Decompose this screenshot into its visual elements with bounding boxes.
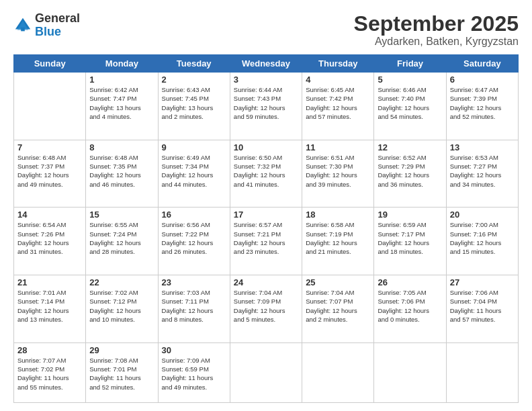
day-info: Sunrise: 6:54 AM Sunset: 7:26 PM Dayligh… xyxy=(17,220,82,256)
calendar-cell: 28Sunrise: 7:07 AM Sunset: 7:02 PM Dayli… xyxy=(14,342,86,402)
calendar-cell: 30Sunrise: 7:09 AM Sunset: 6:59 PM Dayli… xyxy=(158,342,230,402)
day-header-friday: Friday xyxy=(374,55,446,73)
day-number: 5 xyxy=(378,75,442,85)
calendar-cell: 23Sunrise: 7:03 AM Sunset: 7:11 PM Dayli… xyxy=(158,275,230,343)
day-info: Sunrise: 7:04 AM Sunset: 7:07 PM Dayligh… xyxy=(306,288,370,324)
day-number: 25 xyxy=(306,277,370,287)
location-title: Aydarken, Batken, Kyrgyzstan xyxy=(354,36,519,48)
day-header-saturday: Saturday xyxy=(446,55,518,73)
calendar-cell: 3Sunrise: 6:44 AM Sunset: 7:43 PM Daylig… xyxy=(230,73,302,140)
day-number: 12 xyxy=(378,142,442,152)
day-info: Sunrise: 7:07 AM Sunset: 7:02 PM Dayligh… xyxy=(17,356,82,392)
week-row-3: 14Sunrise: 6:54 AM Sunset: 7:26 PM Dayli… xyxy=(14,208,519,275)
day-info: Sunrise: 6:58 AM Sunset: 7:19 PM Dayligh… xyxy=(306,220,370,256)
calendar-cell xyxy=(446,342,518,402)
day-number: 9 xyxy=(162,142,226,152)
title-block: September 2025 Aydarken, Batken, Kyrgyzs… xyxy=(354,12,519,48)
calendar-cell: 19Sunrise: 6:59 AM Sunset: 7:17 PM Dayli… xyxy=(374,208,446,275)
week-row-1: 1Sunrise: 6:42 AM Sunset: 7:47 PM Daylig… xyxy=(14,73,519,140)
header: General Blue September 2025 Aydarken, Ba… xyxy=(13,12,519,48)
day-info: Sunrise: 6:55 AM Sunset: 7:24 PM Dayligh… xyxy=(89,220,154,256)
day-number: 30 xyxy=(162,345,226,355)
logo-blue: Blue xyxy=(35,25,61,38)
day-number: 27 xyxy=(450,277,515,287)
day-info: Sunrise: 6:57 AM Sunset: 7:21 PM Dayligh… xyxy=(234,220,298,256)
week-row-2: 7Sunrise: 6:48 AM Sunset: 7:37 PM Daylig… xyxy=(14,140,519,208)
calendar-cell: 14Sunrise: 6:54 AM Sunset: 7:26 PM Dayli… xyxy=(14,208,86,275)
calendar-cell: 20Sunrise: 7:00 AM Sunset: 7:16 PM Dayli… xyxy=(446,208,518,275)
day-number: 21 xyxy=(17,277,82,287)
day-info: Sunrise: 6:48 AM Sunset: 7:37 PM Dayligh… xyxy=(17,153,82,189)
day-header-wednesday: Wednesday xyxy=(230,55,302,73)
calendar-cell: 1Sunrise: 6:42 AM Sunset: 7:47 PM Daylig… xyxy=(86,73,158,140)
day-number: 17 xyxy=(234,210,298,220)
day-header-tuesday: Tuesday xyxy=(158,55,230,73)
logo-icon xyxy=(13,16,32,35)
calendar-cell: 5Sunrise: 6:46 AM Sunset: 7:40 PM Daylig… xyxy=(374,73,446,140)
day-number: 18 xyxy=(306,210,370,220)
day-info: Sunrise: 6:50 AM Sunset: 7:32 PM Dayligh… xyxy=(234,153,298,189)
day-number: 14 xyxy=(17,210,82,220)
day-number: 19 xyxy=(378,210,442,220)
day-number: 20 xyxy=(450,210,515,220)
day-info: Sunrise: 6:46 AM Sunset: 7:40 PM Dayligh… xyxy=(378,85,442,121)
calendar-cell xyxy=(230,342,302,402)
calendar-cell: 10Sunrise: 6:50 AM Sunset: 7:32 PM Dayli… xyxy=(230,140,302,208)
calendar-cell: 6Sunrise: 6:47 AM Sunset: 7:39 PM Daylig… xyxy=(446,73,518,140)
day-header-row: SundayMondayTuesdayWednesdayThursdayFrid… xyxy=(14,55,519,73)
day-number: 4 xyxy=(306,75,370,85)
day-info: Sunrise: 6:44 AM Sunset: 7:43 PM Dayligh… xyxy=(234,85,298,121)
day-number: 22 xyxy=(89,277,154,287)
day-header-sunday: Sunday xyxy=(14,55,86,73)
day-info: Sunrise: 6:52 AM Sunset: 7:29 PM Dayligh… xyxy=(378,153,442,189)
day-number: 2 xyxy=(162,75,226,85)
day-info: Sunrise: 6:47 AM Sunset: 7:39 PM Dayligh… xyxy=(450,85,515,121)
day-number: 28 xyxy=(17,345,82,355)
day-info: Sunrise: 6:45 AM Sunset: 7:42 PM Dayligh… xyxy=(306,85,370,121)
calendar-cell xyxy=(302,342,374,402)
logo-general: General xyxy=(35,11,80,25)
day-number: 29 xyxy=(89,345,154,355)
day-info: Sunrise: 7:01 AM Sunset: 7:14 PM Dayligh… xyxy=(17,288,82,324)
calendar-cell xyxy=(374,342,446,402)
day-number: 13 xyxy=(450,142,515,152)
calendar-cell: 9Sunrise: 6:49 AM Sunset: 7:34 PM Daylig… xyxy=(158,140,230,208)
calendar-cell: 4Sunrise: 6:45 AM Sunset: 7:42 PM Daylig… xyxy=(302,73,374,140)
day-number: 3 xyxy=(234,75,298,85)
day-info: Sunrise: 7:02 AM Sunset: 7:12 PM Dayligh… xyxy=(89,288,154,324)
day-info: Sunrise: 7:08 AM Sunset: 7:01 PM Dayligh… xyxy=(89,356,154,392)
calendar-cell: 18Sunrise: 6:58 AM Sunset: 7:19 PM Dayli… xyxy=(302,208,374,275)
logo-text: General Blue xyxy=(35,12,80,39)
day-header-thursday: Thursday xyxy=(302,55,374,73)
day-info: Sunrise: 6:42 AM Sunset: 7:47 PM Dayligh… xyxy=(89,85,154,121)
day-info: Sunrise: 7:09 AM Sunset: 6:59 PM Dayligh… xyxy=(162,356,226,392)
calendar-cell xyxy=(14,73,86,140)
calendar-cell: 22Sunrise: 7:02 AM Sunset: 7:12 PM Dayli… xyxy=(86,275,158,343)
day-number: 7 xyxy=(17,142,82,152)
day-info: Sunrise: 7:05 AM Sunset: 7:06 PM Dayligh… xyxy=(378,288,442,324)
calendar-cell: 17Sunrise: 6:57 AM Sunset: 7:21 PM Dayli… xyxy=(230,208,302,275)
day-info: Sunrise: 6:49 AM Sunset: 7:34 PM Dayligh… xyxy=(162,153,226,189)
calendar-cell: 27Sunrise: 7:06 AM Sunset: 7:04 PM Dayli… xyxy=(446,275,518,343)
calendar-cell: 12Sunrise: 6:52 AM Sunset: 7:29 PM Dayli… xyxy=(374,140,446,208)
day-info: Sunrise: 6:48 AM Sunset: 7:35 PM Dayligh… xyxy=(89,153,154,189)
day-info: Sunrise: 7:00 AM Sunset: 7:16 PM Dayligh… xyxy=(450,220,515,256)
day-info: Sunrise: 6:53 AM Sunset: 7:27 PM Dayligh… xyxy=(450,153,515,189)
day-info: Sunrise: 6:43 AM Sunset: 7:45 PM Dayligh… xyxy=(162,85,226,121)
day-number: 24 xyxy=(234,277,298,287)
day-header-monday: Monday xyxy=(86,55,158,73)
day-number: 11 xyxy=(306,142,370,152)
day-number: 1 xyxy=(89,75,154,85)
day-number: 23 xyxy=(162,277,226,287)
month-title: September 2025 xyxy=(354,12,519,36)
day-number: 6 xyxy=(450,75,515,85)
logo: General Blue xyxy=(13,12,80,39)
calendar-table: SundayMondayTuesdayWednesdayThursdayFrid… xyxy=(13,54,519,403)
day-info: Sunrise: 7:03 AM Sunset: 7:11 PM Dayligh… xyxy=(162,288,226,324)
week-row-4: 21Sunrise: 7:01 AM Sunset: 7:14 PM Dayli… xyxy=(14,275,519,343)
calendar-cell: 24Sunrise: 7:04 AM Sunset: 7:09 PM Dayli… xyxy=(230,275,302,343)
calendar-page: General Blue September 2025 Aydarken, Ba… xyxy=(0,0,532,411)
day-info: Sunrise: 7:04 AM Sunset: 7:09 PM Dayligh… xyxy=(234,288,298,324)
svg-rect-2 xyxy=(21,28,25,32)
calendar-cell: 7Sunrise: 6:48 AM Sunset: 7:37 PM Daylig… xyxy=(14,140,86,208)
